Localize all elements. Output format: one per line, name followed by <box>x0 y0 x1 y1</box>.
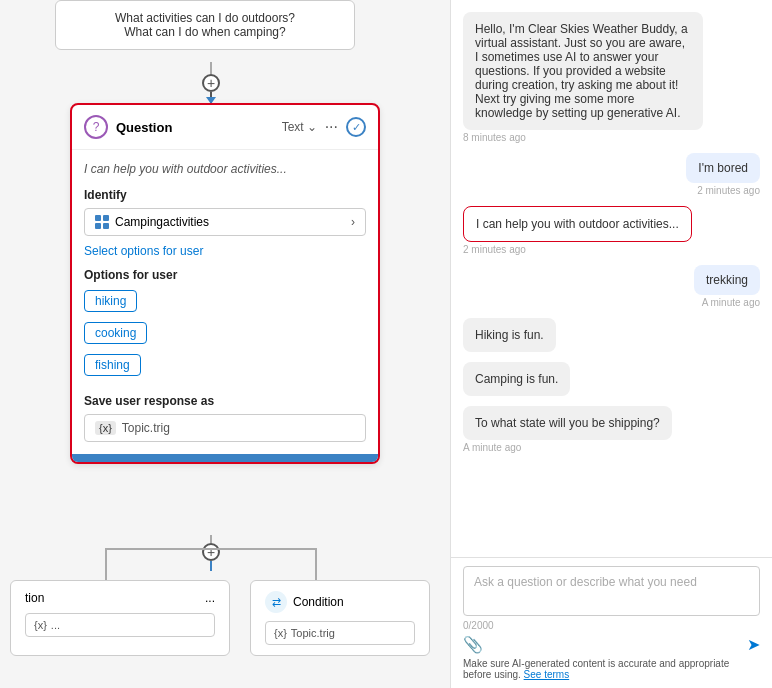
chat-bubble-user-bored: I'm bored <box>686 153 760 183</box>
option-fishing[interactable]: fishing <box>84 354 141 376</box>
var-badge-cond: {x} <box>274 627 287 639</box>
connector-line-short <box>210 535 212 543</box>
chat-time-1: 8 minutes ago <box>463 132 760 143</box>
var-badge-small: {x} <box>34 619 47 631</box>
grid-icon <box>95 215 109 229</box>
top-node-line1: What activities can I do outdoors? <box>70 11 340 25</box>
chat-panel: Hello, I'm Clear Skies Weather Buddy, a … <box>450 0 772 688</box>
disclaimer: Make sure AI-generated content is accura… <box>463 658 760 680</box>
message-group-3: I can help you with outdoor activities..… <box>463 206 760 255</box>
card-bottom-bar <box>72 454 378 462</box>
chevron-down-icon: ⌄ <box>307 120 317 134</box>
right-v-connector <box>315 548 317 580</box>
chat-bubble-user-trekking: trekking <box>694 265 760 295</box>
chat-bubble-shipping: To what state will you be shipping? <box>463 406 672 440</box>
identify-box[interactable]: Campingactivities › <box>84 208 366 236</box>
chevron-right-icon: › <box>351 215 355 229</box>
top-node-line2: What can I do when camping? <box>70 25 340 39</box>
message-group-7: To what state will you be shipping? A mi… <box>463 406 760 453</box>
chat-time-3: 2 minutes ago <box>463 244 760 255</box>
add-node-bottom-button[interactable]: + <box>202 543 220 561</box>
add-node-button[interactable]: + <box>202 74 220 92</box>
chat-input-area[interactable]: Ask a question or describe what you need <box>463 566 760 616</box>
connector-bottom: + <box>202 535 220 571</box>
card-body: I can help you with outdoor activities..… <box>72 150 378 454</box>
options-list: hiking cooking fishing <box>84 290 366 382</box>
options-label: Options for user <box>84 268 366 282</box>
chat-time-4: A minute ago <box>463 297 760 308</box>
top-node: What activities can I do outdoors? What … <box>55 0 355 50</box>
h-connector <box>105 548 317 550</box>
bottom-nodes-row: tion ... {x} ... ⇄ Condition {x} Topic.t… <box>0 580 450 656</box>
option-hiking[interactable]: hiking <box>84 290 137 312</box>
type-badge[interactable]: Text ⌄ <box>282 120 317 134</box>
more-options-button[interactable]: ··· <box>325 118 338 136</box>
connector-down <box>210 561 212 571</box>
chat-input-placeholder: Ask a question or describe what you need <box>474 575 749 589</box>
message-group-5: Hiking is fun. <box>463 318 760 352</box>
select-options-link[interactable]: Select options for user <box>84 244 366 258</box>
bottom-left-label: tion <box>25 591 44 605</box>
chat-messages: Hello, I'm Clear Skies Weather Buddy, a … <box>451 0 772 557</box>
question-preview: I can help you with outdoor activities..… <box>84 162 366 176</box>
connector-line <box>210 62 212 74</box>
message-group-4: trekking A minute ago <box>463 265 760 308</box>
chat-bubble-hiking: Hiking is fun. <box>463 318 556 352</box>
chat-bubble-camping: Camping is fun. <box>463 362 570 396</box>
flow-canvas: What activities can I do outdoors? What … <box>0 0 450 688</box>
identify-value: Campingactivities <box>115 215 209 229</box>
connector-top: + <box>202 62 220 104</box>
chat-bubble-outdoor: I can help you with outdoor activities..… <box>463 206 692 242</box>
chat-bubble-bot-intro: Hello, I'm Clear Skies Weather Buddy, a … <box>463 12 703 130</box>
chat-time-7: A minute ago <box>463 442 760 453</box>
chat-footer: Ask a question or describe what you need… <box>451 557 772 688</box>
question-card: ? Question Text ⌄ ··· ✓ I can help you w… <box>70 103 380 464</box>
bottom-node-right-header: ⇄ Condition <box>265 591 415 613</box>
see-terms-link[interactable]: See terms <box>524 669 570 680</box>
condition-inner: {x} Topic.trig <box>265 621 415 645</box>
save-value: Topic.trig <box>122 421 170 435</box>
bottom-node-left: tion ... {x} ... <box>10 580 230 656</box>
attach-button[interactable]: 📎 <box>463 635 483 654</box>
message-group-6: Camping is fun. <box>463 362 760 396</box>
card-title: Question <box>116 120 274 135</box>
send-button[interactable]: ➤ <box>747 635 760 654</box>
save-label: Save user response as <box>84 394 366 408</box>
var-badge: {x} <box>95 421 116 435</box>
chat-toolbar: 📎 ➤ <box>463 635 760 654</box>
save-box: {x} Topic.trig <box>84 414 366 442</box>
identify-inner: Campingactivities <box>95 215 209 229</box>
message-group-1: Hello, I'm Clear Skies Weather Buddy, a … <box>463 12 760 143</box>
condition-icon: ⇄ <box>265 591 287 613</box>
bottom-node-inner: {x} ... <box>25 613 215 637</box>
condition-value: Topic.trig <box>291 627 335 639</box>
card-header: ? Question Text ⌄ ··· ✓ <box>72 105 378 150</box>
char-count: 0/2000 <box>463 620 760 631</box>
option-cooking[interactable]: cooking <box>84 322 147 344</box>
question-icon: ? <box>84 115 108 139</box>
identify-label: Identify <box>84 188 366 202</box>
bottom-node-left-header: tion ... <box>25 591 215 605</box>
check-icon: ✓ <box>346 117 366 137</box>
bottom-node-right: ⇄ Condition {x} Topic.trig <box>250 580 430 656</box>
chat-time-2: 2 minutes ago <box>463 185 760 196</box>
condition-label: Condition <box>293 595 344 609</box>
left-v-connector <box>105 548 107 580</box>
bottom-left-more[interactable]: ... <box>205 591 215 605</box>
message-group-2: I'm bored 2 minutes ago <box>463 153 760 196</box>
